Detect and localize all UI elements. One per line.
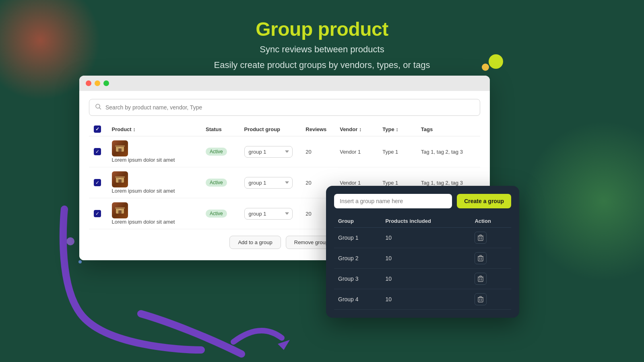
row-checkbox-1[interactable]: ✓ — [94, 179, 101, 186]
create-group-button[interactable]: Create a group — [457, 194, 511, 208]
th-product-group: Product group — [239, 122, 301, 136]
svg-rect-8 — [118, 179, 122, 183]
group-panel: Create a group Group Products included A… — [326, 186, 519, 318]
group-row: Group 1 10 — [334, 228, 511, 248]
row-product-cell: Lorem ipsum dolor sit amet — [107, 167, 201, 198]
status-badge-2: Active — [206, 210, 227, 218]
group-products-2: 10 — [381, 269, 471, 289]
row-group-select-1[interactable]: group 1 group 2 group 3 group 4 — [244, 177, 293, 189]
th-status: Status — [201, 122, 239, 136]
panel-top-row: Create a group — [334, 194, 511, 208]
group-action-3 — [471, 289, 511, 310]
browser-titlebar — [79, 76, 490, 91]
th-tags: Tags — [416, 122, 480, 136]
status-badge-0: Active — [206, 148, 227, 156]
row-product-cell: Lorem ipsum dolor sit amet — [107, 198, 201, 229]
table-row: ✓ Lorem ipsum dolor sit amet Active — [89, 136, 480, 167]
svg-rect-14 — [478, 236, 483, 241]
group-action-2 — [471, 269, 511, 289]
th-vendor: Vendor ↕ — [335, 122, 378, 136]
delete-group-button-2[interactable] — [475, 273, 487, 285]
svg-rect-13 — [119, 209, 121, 210]
delete-group-button-3[interactable] — [475, 293, 487, 305]
row-type-cell: Type 1 — [378, 136, 416, 167]
row-group-select-2[interactable]: group 1 group 2 group 3 group 4 — [244, 208, 293, 220]
th-product: Product ↕ — [107, 122, 201, 136]
row-group-cell: group 1 group 2 group 3 group 4 — [239, 136, 301, 167]
groups-body: Group 1 10 Group 2 10 — [334, 228, 511, 310]
group-action-0 — [471, 228, 511, 248]
group-name-0: Group 1 — [334, 228, 381, 248]
groups-table: Group Products included Action Group 1 1… — [334, 215, 511, 310]
row-product-name-1: Lorem ipsum dolor sit amet — [112, 188, 175, 194]
svg-line-1 — [99, 108, 101, 109]
traffic-btn-yellow[interactable] — [95, 80, 100, 86]
svg-rect-11 — [115, 207, 125, 209]
svg-rect-9 — [119, 178, 121, 179]
row-group-select-0[interactable]: group 1 group 2 group 3 group 4 — [244, 146, 293, 158]
row-vendor-cell: Vendor 1 — [335, 136, 378, 167]
group-row: Group 4 10 — [334, 289, 511, 310]
header-checkbox[interactable]: ✓ — [94, 125, 101, 133]
product-image-2 — [112, 202, 128, 218]
row-checkbox-2[interactable]: ✓ — [94, 210, 101, 217]
svg-rect-5 — [119, 147, 121, 148]
page-title: Group product — [0, 18, 644, 40]
delete-group-button-1[interactable] — [475, 252, 487, 264]
bg-blob-green — [523, 121, 644, 282]
row-product-name-0: Lorem ipsum dolor sit amet — [112, 157, 175, 163]
delete-group-button-0[interactable] — [475, 232, 487, 244]
search-icon — [95, 103, 101, 111]
row-checkbox-0[interactable]: ✓ — [94, 148, 101, 155]
row-status-cell: Active — [201, 198, 239, 229]
dot-purple — [66, 237, 74, 245]
row-checkbox-cell: ✓ — [89, 198, 107, 229]
traffic-btn-green[interactable] — [103, 80, 109, 86]
svg-rect-4 — [118, 148, 122, 152]
page-subtitle-line1: Sync reviews between products — [0, 43, 644, 56]
svg-rect-7 — [115, 176, 125, 178]
row-group-cell: group 1 group 2 group 3 group 4 — [239, 198, 301, 229]
group-products-1: 10 — [381, 248, 471, 269]
row-checkbox-cell: ✓ — [89, 136, 107, 167]
panel-th-products: Products included — [381, 215, 471, 228]
add-to-group-button[interactable]: Add to a group — [229, 236, 281, 249]
group-name-input[interactable] — [334, 194, 452, 208]
svg-rect-26 — [478, 298, 483, 302]
row-checkbox-cell: ✓ — [89, 167, 107, 198]
th-reviews: Reviews — [301, 122, 335, 136]
group-products-3: 10 — [381, 289, 471, 310]
search-bar — [89, 99, 480, 116]
panel-th-group: Group — [334, 215, 381, 228]
th-type: Type ↕ — [378, 122, 416, 136]
group-products-0: 10 — [381, 228, 471, 248]
group-name-1: Group 2 — [334, 248, 381, 269]
svg-rect-3 — [115, 145, 125, 147]
dot-blue-small — [78, 260, 82, 263]
group-row: Group 2 10 — [334, 248, 511, 269]
product-image-0 — [112, 140, 128, 156]
page-subtitle-line2: Easily create product groups by vendors,… — [0, 58, 644, 72]
group-name-3: Group 4 — [334, 289, 381, 310]
row-product-name-2: Lorem ipsum dolor sit amet — [112, 219, 175, 225]
th-check: ✓ — [89, 122, 107, 136]
svg-rect-22 — [478, 277, 483, 282]
search-input[interactable] — [105, 104, 474, 111]
row-product-cell: Lorem ipsum dolor sit amet — [107, 136, 201, 167]
svg-rect-12 — [118, 210, 122, 214]
traffic-btn-red[interactable] — [86, 80, 91, 86]
row-group-cell: group 1 group 2 group 3 group 4 — [239, 167, 301, 198]
panel-th-action: Action — [471, 215, 511, 228]
page-header: Group product Sync reviews between produ… — [0, 0, 644, 72]
group-name-2: Group 3 — [334, 269, 381, 289]
row-status-cell: Active — [201, 136, 239, 167]
svg-rect-18 — [478, 257, 483, 261]
row-tags-cell: Tag 1, tag 2, tag 3 — [416, 136, 480, 167]
group-row: Group 3 10 — [334, 269, 511, 289]
status-badge-1: Active — [206, 179, 227, 187]
row-status-cell: Active — [201, 167, 239, 198]
product-image-1 — [112, 171, 128, 187]
group-action-1 — [471, 248, 511, 269]
row-reviews-cell: 20 — [301, 136, 335, 167]
